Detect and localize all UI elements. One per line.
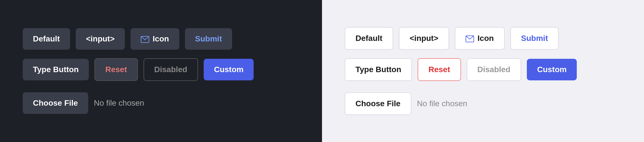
light-envelope-icon — [466, 34, 474, 43]
light-button-row-2: Type Button Reset Disabled Custom — [345, 58, 577, 81]
dark-choose-file-button[interactable]: Choose File — [23, 92, 88, 114]
dark-type-button-label: Type Button — [33, 65, 79, 74]
dark-reset-label: Reset — [105, 65, 127, 74]
dark-default-label: Default — [33, 34, 60, 43]
dark-disabled-button[interactable]: Disabled — [144, 58, 198, 81]
dark-input-button[interactable]: <input> — [76, 28, 125, 50]
light-reset-label: Reset — [428, 65, 450, 74]
light-custom-button[interactable]: Custom — [527, 59, 577, 80]
light-type-button[interactable]: Type Button — [345, 58, 412, 81]
light-custom-label: Custom — [537, 65, 567, 74]
dark-button-row-1: Default <input> Icon Submit — [23, 28, 232, 50]
dark-reset-button[interactable]: Reset — [94, 58, 138, 81]
light-choose-file-button[interactable]: Choose File — [345, 92, 411, 115]
dark-button-row-2: Type Button Reset Disabled Custom — [23, 58, 254, 81]
dark-file-button-label: Choose File — [33, 99, 78, 107]
dark-file-row: Choose File No file chosen — [23, 92, 144, 114]
light-type-button-label: Type Button — [355, 65, 401, 74]
light-default-label: Default — [355, 34, 382, 43]
dark-submit-button[interactable]: Submit — [185, 28, 232, 50]
light-file-row: Choose File No file chosen — [345, 92, 467, 115]
light-button-row-1: Default <input> Icon Submit — [345, 27, 559, 50]
dark-icon-button[interactable]: Icon — [131, 28, 179, 50]
light-icon-label: Icon — [477, 34, 494, 43]
envelope-icon — [141, 34, 149, 43]
dark-custom-label: Custom — [214, 65, 243, 74]
dark-no-file-label: No file chosen — [94, 99, 144, 108]
dark-default-button[interactable]: Default — [23, 28, 70, 50]
light-disabled-button[interactable]: Disabled — [467, 58, 521, 81]
light-file-button-label: Choose File — [355, 99, 401, 108]
light-disabled-label: Disabled — [477, 65, 511, 74]
light-icon-button[interactable]: Icon — [455, 27, 505, 50]
dark-submit-label: Submit — [195, 34, 222, 43]
dark-panel: Default <input> Icon Submit Type Button … — [0, 0, 322, 142]
light-input-button[interactable]: <input> — [399, 27, 449, 50]
light-input-label: <input> — [410, 34, 438, 43]
dark-custom-button[interactable]: Custom — [204, 59, 254, 80]
light-reset-button[interactable]: Reset — [418, 58, 461, 81]
dark-type-button[interactable]: Type Button — [23, 59, 89, 80]
dark-icon-label: Icon — [153, 34, 169, 43]
light-default-button[interactable]: Default — [345, 27, 393, 50]
dark-input-label: <input> — [86, 34, 115, 43]
light-submit-label: Submit — [521, 34, 548, 43]
light-no-file-label: No file chosen — [417, 99, 467, 108]
light-panel: Default <input> Icon Submit Type Button … — [322, 0, 644, 142]
dark-disabled-label: Disabled — [154, 65, 188, 74]
light-submit-button[interactable]: Submit — [510, 27, 559, 50]
